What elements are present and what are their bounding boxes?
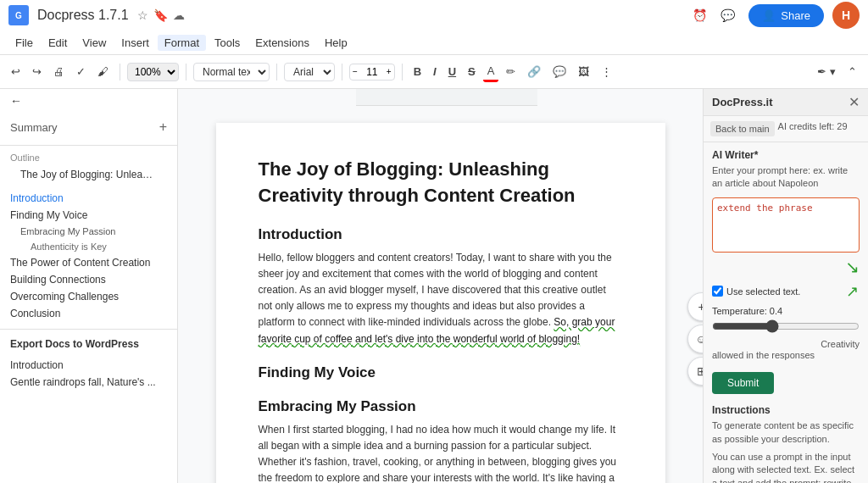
underline-button[interactable]: U: [444, 64, 460, 80]
font-size-control: − +: [349, 64, 395, 80]
user-avatar[interactable]: H: [832, 2, 860, 29]
ruler: [356, 89, 537, 106]
outline-item-power[interactable]: The Power of Content Creation: [0, 254, 177, 271]
export-item-raindrops[interactable]: Gentle raindrops fall, Nature's ...: [0, 374, 177, 391]
panel-nav: Back to main AI credits left: 29: [704, 116, 868, 142]
instructions-title: Instructions: [712, 404, 860, 416]
share-label: Share: [781, 9, 810, 22]
strikethrough-button[interactable]: S: [464, 64, 480, 80]
toolbar-sep-5: [402, 64, 403, 80]
toolbar-sep-2: [186, 64, 186, 80]
menu-bar: File Edit View Insert Format Tools Exten…: [0, 31, 868, 54]
float-image-button[interactable]: ⊞: [687, 357, 704, 386]
creativity-desc: allowed in the responses: [712, 349, 860, 362]
collapse-sidebar-button[interactable]: ←: [0, 89, 177, 113]
ai-credits-label: AI credits left: 29: [778, 121, 848, 136]
share-button[interactable]: 👤 Share: [748, 4, 824, 27]
panel-close-button[interactable]: ✕: [849, 94, 860, 110]
font-select[interactable]: Arial Times New Roman: [284, 63, 335, 81]
float-add-button[interactable]: +: [687, 292, 704, 321]
doc-section-embracing-heading: Embracing My Passion: [259, 398, 623, 415]
panel-title: DocPress.it: [712, 96, 773, 108]
outline-item-building[interactable]: Building Connections: [0, 271, 177, 288]
text-style-select[interactable]: Normal text Heading 1 Heading 2: [193, 63, 270, 81]
temperature-label: Temperature: 0.4: [712, 306, 782, 316]
outline-item-finding-my-voice[interactable]: Finding My Voice: [0, 207, 177, 224]
export-item-introduction[interactable]: Introduction: [0, 357, 177, 374]
menu-file[interactable]: File: [8, 35, 40, 51]
italic-button[interactable]: I: [429, 64, 441, 80]
menu-format[interactable]: Format: [158, 35, 206, 51]
undo-button[interactable]: ↩: [7, 63, 25, 80]
highlight-button[interactable]: ✏: [502, 63, 520, 80]
outline-item-embracing[interactable]: Embracing My Passion: [0, 224, 177, 239]
redo-button[interactable]: ↪: [28, 63, 46, 80]
font-color-button[interactable]: A: [483, 62, 499, 82]
menu-help[interactable]: Help: [318, 35, 354, 51]
outline-item-authenticity[interactable]: Authenticity is Key: [0, 239, 177, 254]
use-selected-text-label: Use selected text.: [726, 286, 800, 297]
spellcheck-button[interactable]: ✓: [72, 63, 90, 80]
more-options-button[interactable]: ⋮: [597, 63, 616, 80]
highlighted-text: So, grab your favorite cup of coffee and…: [259, 316, 615, 344]
image-button[interactable]: 🖼: [574, 63, 593, 80]
outline-item-overcoming[interactable]: Overcoming Challenges: [0, 288, 177, 305]
ai-writer-title: AI Writer*: [712, 149, 860, 161]
menu-edit[interactable]: Edit: [42, 35, 74, 51]
doc-intro-paragraph[interactable]: Hello, fellow bloggers and content creat…: [259, 250, 623, 347]
history-icon[interactable]: ⏰: [693, 8, 707, 22]
outline-item-conclusion[interactable]: Conclusion: [0, 305, 177, 322]
float-toolbar: + ☺ ⊞: [687, 292, 704, 386]
font-size-increase[interactable]: +: [384, 65, 394, 78]
menu-tools[interactable]: Tools: [208, 35, 247, 51]
zoom-select[interactable]: 100% 75% 125%: [127, 63, 179, 81]
outline-label: Outline: [10, 153, 167, 163]
add-section-button[interactable]: +: [159, 119, 167, 135]
outline-item-introduction[interactable]: Introduction: [0, 190, 177, 207]
outline-doc-title[interactable]: The Joy of Blogging: Unleashin...: [10, 166, 167, 183]
instructions-text: To generate content be as specific as po…: [712, 419, 860, 483]
summary-label: Summary: [10, 121, 58, 134]
menu-view[interactable]: View: [75, 35, 113, 51]
font-size-input[interactable]: [360, 64, 384, 80]
ai-prompt-textarea[interactable]: extend the phrase: [712, 197, 860, 253]
doc-title[interactable]: The Joy of Blogging: Unleashing Creativi…: [259, 157, 623, 209]
doc-page: The Joy of Blogging: Unleashing Creativi…: [216, 123, 665, 483]
sidebar: ← Summary + Outline The Joy of Blogging:…: [0, 89, 178, 483]
menu-insert[interactable]: Insert: [114, 35, 156, 51]
font-size-decrease[interactable]: −: [350, 65, 360, 78]
sidebar-divider-1: [0, 145, 177, 146]
doc-scroll: The Joy of Blogging: Unleashing Creativi…: [216, 123, 665, 467]
back-to-main-button[interactable]: Back to main: [710, 121, 775, 136]
instructions-p1: To generate content be as specific as po…: [712, 419, 860, 446]
bookmark-icon[interactable]: 🔖: [153, 8, 168, 22]
paint-format-button[interactable]: 🖌: [93, 63, 113, 80]
doc-embracing-paragraph[interactable]: When I first started blogging, I had no …: [259, 422, 623, 483]
chat-icon[interactable]: 💬: [721, 8, 735, 22]
comment-button[interactable]: 💬: [548, 63, 570, 80]
share-icon: 👤: [762, 9, 776, 22]
toolbar: ↩ ↪ 🖨 ✓ 🖌 100% 75% 125% Normal text Head…: [0, 55, 868, 89]
temperature-slider[interactable]: [712, 319, 860, 333]
doc-section-introduction-heading: Introduction: [259, 226, 623, 243]
doc-app-icon: G: [8, 5, 29, 25]
use-selected-text-checkbox[interactable]: [712, 286, 723, 297]
star-icon[interactable]: ☆: [137, 8, 148, 22]
right-panel: DocPress.it ✕ Back to main AI credits le…: [703, 89, 868, 483]
menu-extensions[interactable]: Extensions: [248, 35, 316, 51]
expand-button[interactable]: ⌃: [843, 63, 861, 80]
title-icon-group: ☆ 🔖 ☁: [137, 8, 185, 22]
creativity-label: Creativity: [821, 339, 860, 349]
toolbar-sep-4: [342, 64, 342, 80]
float-emoji-button[interactable]: ☺: [687, 325, 704, 353]
temperature-row: Temperature: 0.4: [712, 306, 860, 316]
panel-header: DocPress.it ✕: [704, 89, 868, 116]
toolbar-sep-1: [120, 64, 120, 80]
submit-button[interactable]: Submit: [712, 372, 774, 394]
link-button[interactable]: 🔗: [523, 63, 545, 80]
pen-button[interactable]: ✒ ▾: [813, 63, 840, 80]
cloud-icon[interactable]: ☁: [173, 8, 185, 22]
outline-items: Introduction Finding My Voice Embracing …: [0, 186, 177, 325]
print-button[interactable]: 🖨: [49, 63, 69, 80]
bold-button[interactable]: B: [409, 64, 426, 80]
